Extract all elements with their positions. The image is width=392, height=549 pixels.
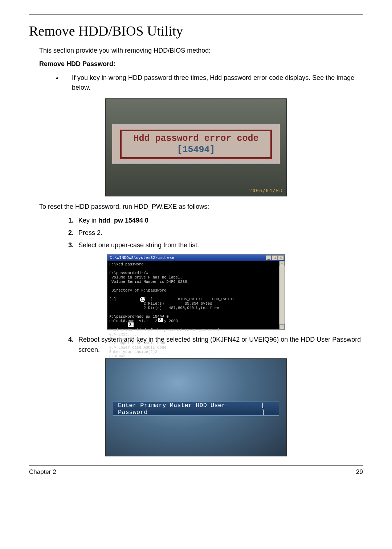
cmd-window-screenshot: C:\WINDOWS\system32\cmd.exe _ □ × F:\>cd…: [107, 254, 285, 330]
callout-1: 1.: [139, 297, 145, 302]
step-2: Press 2.: [75, 228, 363, 238]
error-line2: [15494]: [133, 144, 258, 155]
bios-prompt-label: Enter Primary Master HDD User Password: [118, 402, 254, 416]
cmd-title-text: C:\WINDOWS\system32\cmd.exe: [108, 256, 265, 260]
error-line1: Hdd password error code: [133, 133, 258, 144]
bios-password-screenshot: Enter Primary Master HDD User Password […: [105, 358, 287, 456]
step-3: Select one upper-case string from the li…: [75, 240, 363, 251]
page-title: Remove HDD/BIOS Utility: [29, 23, 363, 39]
steps-list: Key in hdd_pw 15494 0 Press 2. Select on…: [75, 216, 363, 251]
reset-instruction: To reset the HDD password, run HDD_PW.EX…: [39, 203, 363, 211]
footer-chapter: Chapter 2: [29, 468, 56, 476]
footer-page: 29: [356, 468, 363, 476]
maximize-icon: □: [272, 255, 278, 260]
photo-date: 2006/04/03: [249, 188, 283, 193]
cmd-titlebar: C:\WINDOWS\system32\cmd.exe _ □ ×: [107, 255, 285, 261]
minimize-icon: _: [266, 255, 271, 260]
callout-3: 3.: [128, 322, 134, 327]
scroll-up-icon: ▴: [279, 261, 285, 266]
scrollbar: ▴ ▾: [279, 261, 285, 329]
bullet-item: If you key in wrong HDD password three t…: [62, 73, 363, 93]
close-icon: ×: [278, 255, 284, 260]
cmd-output: F:\>cd password F:\password>dir/w Volume…: [109, 262, 283, 372]
hdd-error-screenshot: Hdd password error code [15494] 2006/04/…: [105, 98, 287, 196]
bios-prompt-field: [ ]: [261, 402, 274, 416]
intro-text: This section provide you with removing H…: [39, 47, 363, 54]
callout-2: 2.: [158, 317, 164, 322]
step-1: Key in hdd_pw 15494 0: [75, 216, 363, 226]
scroll-down-icon: ▾: [279, 324, 285, 329]
subheading: Remove HDD Password:: [39, 60, 363, 68]
